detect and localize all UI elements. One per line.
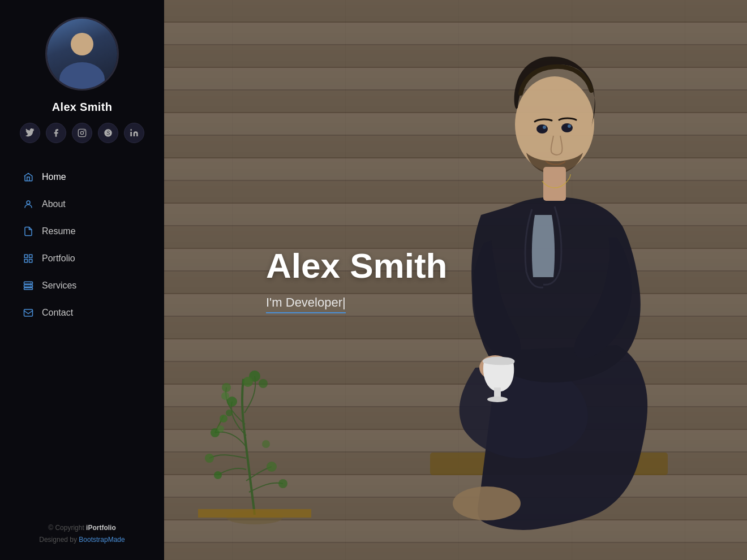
- hero-text: Alex Smith I'm Developer|: [266, 247, 447, 313]
- svg-point-4: [27, 201, 30, 204]
- svg-point-13: [31, 286, 32, 287]
- sidebar-item-contact[interactable]: Contact: [11, 299, 153, 326]
- svg-rect-39: [543, 167, 566, 201]
- svg-point-42: [487, 397, 508, 402]
- sidebar-item-home-label: Home: [42, 172, 66, 182]
- facebook-button[interactable]: [46, 123, 66, 143]
- sidebar-item-portfolio-label: Portfolio: [42, 253, 75, 264]
- svg-point-34: [515, 76, 594, 173]
- svg-point-36: [561, 123, 573, 132]
- svg-point-27: [226, 410, 233, 416]
- svg-point-26: [217, 425, 224, 432]
- sidebar-item-home[interactable]: Home: [11, 163, 153, 191]
- social-icons: [20, 123, 144, 143]
- file-icon: [23, 226, 34, 237]
- user-name: Alex Smith: [52, 101, 112, 114]
- copyright-text: © Copyright: [48, 524, 86, 532]
- designed-by-text: Designed by: [39, 536, 79, 544]
- svg-rect-7: [24, 260, 27, 262]
- avatar: [45, 17, 119, 91]
- mail-icon: [23, 307, 34, 318]
- svg-point-28: [221, 392, 229, 400]
- sidebar-item-resume[interactable]: Resume: [11, 218, 153, 245]
- instagram-button[interactable]: [72, 123, 92, 143]
- svg-point-33: [453, 486, 521, 520]
- svg-point-30: [259, 379, 268, 388]
- svg-rect-6: [29, 255, 32, 257]
- svg-point-25: [262, 440, 270, 448]
- svg-rect-8: [29, 260, 32, 262]
- svg-point-2: [84, 130, 85, 131]
- hero-name: Alex Smith: [266, 247, 447, 285]
- twitter-button[interactable]: [20, 123, 40, 143]
- svg-rect-0: [78, 129, 85, 136]
- svg-point-19: [222, 383, 231, 392]
- svg-point-38: [568, 124, 571, 128]
- sidebar-item-contact-label: Contact: [42, 308, 73, 318]
- svg-point-22: [214, 471, 222, 479]
- nav-menu: Home About Resume: [0, 163, 164, 509]
- svg-point-12: [31, 282, 32, 283]
- sidebar-item-services-label: Services: [42, 281, 76, 291]
- designer-link[interactable]: BootstrapMade: [79, 536, 124, 544]
- sidebar-item-services[interactable]: Services: [11, 272, 153, 299]
- sidebar-item-about-label: About: [42, 199, 66, 209]
- svg-rect-31: [198, 509, 311, 518]
- svg-rect-14: [24, 309, 33, 316]
- svg-rect-11: [24, 288, 33, 290]
- svg-point-1: [80, 131, 83, 134]
- sidebar-item-portfolio[interactable]: Portfolio: [11, 245, 153, 272]
- sidebar: Alex Smith: [0, 0, 164, 560]
- hero-tagline: I'm Developer|: [266, 295, 346, 313]
- brand-name: iPortfolio: [86, 524, 116, 532]
- linkedin-button[interactable]: [124, 123, 144, 143]
- svg-point-3: [130, 129, 132, 131]
- sidebar-item-resume-label: Resume: [42, 226, 76, 236]
- svg-point-21: [205, 454, 214, 463]
- svg-point-23: [267, 462, 277, 472]
- person-icon: [23, 199, 34, 210]
- server-icon: [23, 280, 34, 291]
- hero-plant: [198, 345, 311, 515]
- svg-point-29: [243, 377, 253, 387]
- svg-point-17: [220, 415, 227, 423]
- hero-section: Alex Smith I'm Developer|: [164, 0, 747, 560]
- svg-point-37: [543, 126, 546, 129]
- home-icon: [23, 171, 34, 183]
- grid-icon: [23, 253, 34, 264]
- sidebar-footer: © Copyright iPortfolio Designed by Boots…: [39, 509, 124, 560]
- sidebar-item-about[interactable]: About: [11, 191, 153, 218]
- svg-point-35: [536, 124, 548, 133]
- svg-rect-5: [24, 255, 27, 257]
- skype-button[interactable]: [98, 123, 118, 143]
- svg-point-24: [278, 479, 287, 488]
